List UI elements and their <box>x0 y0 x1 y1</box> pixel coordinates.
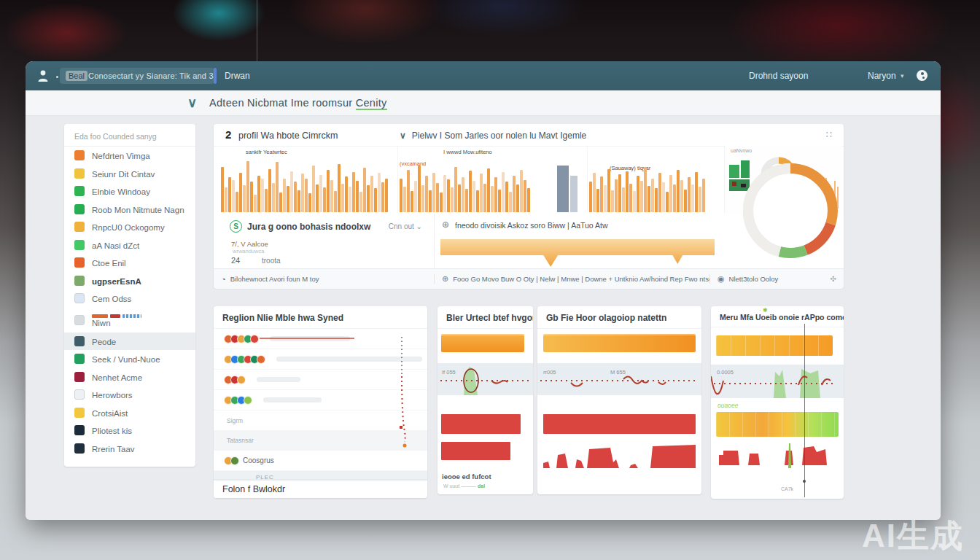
user-icon[interactable] <box>37 69 52 82</box>
legend-label: Pliotest kis <box>92 427 132 435</box>
legend-item[interactable]: Nenhet Acme <box>64 368 195 386</box>
status-badge: S <box>230 220 242 233</box>
band-label: M 655 <box>610 369 626 376</box>
legend-item[interactable]: CrotsiAist <box>64 404 195 422</box>
legend-item[interactable]: aA Nasi dZct <box>64 236 195 254</box>
legend-swatch <box>74 372 85 382</box>
legend-swatch <box>74 389 85 400</box>
filter-dropdown[interactable]: ∨Pielwv I Som Jarles oor nolen lu Mavt I… <box>400 131 586 141</box>
background-line <box>257 0 257 61</box>
legend-item[interactable]: Seek / Vund-Nuoe <box>64 350 195 368</box>
legend-swatch <box>74 222 85 232</box>
trend-band: rr005 M 655 <box>537 363 701 395</box>
nav-item-drwan[interactable]: Drwan <box>225 71 250 81</box>
bar-series <box>221 154 388 212</box>
histogram-group-1: sankifr Yeatwrtec <box>219 146 393 213</box>
legend-swatch <box>74 425 85 435</box>
row-icons <box>224 335 257 343</box>
legend-item[interactable]: ugpserEsnA <box>64 272 195 290</box>
footer-link-1[interactable]: ◔ Bilohewnoct Avori foun M toy <box>214 275 434 284</box>
avatar[interactable] <box>917 70 928 81</box>
legend-label: Ctoe Enil <box>92 259 126 268</box>
app-window: Beal Conosectart yy Sianare: Tik and 3 D… <box>26 61 941 520</box>
red-bar-group <box>543 414 696 434</box>
legend-item[interactable]: Seiunr Dit Cintav <box>64 165 195 183</box>
sidebar-legend: Eda foo Counded sanyg Nefdrten Vimga Sei… <box>64 124 195 467</box>
trend-sparkline <box>537 363 701 395</box>
legend-swatch <box>74 408 85 418</box>
section-footer-title[interactable]: Folon f Bwlokdr <box>214 479 427 498</box>
overview-panel: 2 profil Wa hbote Cimrckm ∨Pielwv I Som … <box>214 124 844 288</box>
mini-bars-icon <box>92 314 141 318</box>
trend-sparkline <box>438 363 533 395</box>
legend-swatch <box>74 150 85 160</box>
mini-label: uaNvnwo <box>731 148 752 153</box>
faded-text-bar <box>263 397 322 402</box>
legend-swatch <box>74 168 85 179</box>
clock-icon: ◔ <box>221 275 226 284</box>
legend-item[interactable]: Herowbors <box>64 386 195 404</box>
slate-bar <box>570 176 578 212</box>
count-badge: 2 <box>225 128 231 141</box>
chevron-down-icon: ▾ <box>901 72 904 79</box>
legend-swatch <box>74 276 85 286</box>
panel-menu-icon[interactable]: ∷ <box>826 129 832 140</box>
panel-footer: ◔ Bilohewnoct Avori foun M toy ⊕ Fooo Go… <box>214 268 844 289</box>
legend-item[interactable]: Roob Mon Nitmute Nagn <box>64 201 195 219</box>
stat-title: fneodo divoisik Askoz soro Biww | AaTuo … <box>455 221 710 230</box>
legend-item[interactable]: RnpcU0 Ockogomy <box>64 218 195 236</box>
panel-footnote-legend: W uuut ——— dal <box>443 483 485 489</box>
stat-value: 24 <box>231 256 240 265</box>
red-bar-group <box>441 414 521 460</box>
panel-title: Bler Urtecl btef hvgore <box>438 306 533 329</box>
legend-label: Rrerin Taav <box>92 445 135 454</box>
legend-label: Cem Odss <box>92 295 131 303</box>
globe-icon: ⊕ <box>442 219 449 230</box>
page-title: Adteen Nicbmat Ime roomsur Cenity <box>209 97 387 109</box>
stat-title: Jura g oono bohasis ndoolxw <box>247 222 370 232</box>
footer-link-3[interactable]: ◉ Nlett3tolo Ooloy ✣ <box>709 274 844 284</box>
legend-item[interactable]: Ctoe Enil <box>64 254 195 272</box>
search-input[interactable]: Beal Conosectart yy Sianare: Tik and 3 <box>60 68 214 84</box>
legend-label: CrotsiAist <box>92 409 128 418</box>
sidebar-header: Eda foo Counded sanyg <box>64 124 195 147</box>
list-item[interactable]: Coosgrus <box>214 451 427 471</box>
globe-icon: ⊕ <box>442 274 448 284</box>
orange-bar <box>543 334 696 352</box>
faded-text-bar <box>257 377 300 382</box>
histogram-group-2: (vxcainand I wwwd Mow.ufiteno <box>397 146 584 213</box>
green-label: ouaoee <box>718 402 738 409</box>
row-icons <box>224 456 237 465</box>
legend-item[interactable]: Pliotest kis <box>64 421 195 440</box>
red-blocks-chart <box>716 442 839 468</box>
legend-label: Elnbie Windoay <box>92 187 150 196</box>
legend-item[interactable]: Nefdrten Vimga <box>64 147 195 165</box>
legend-item[interactable]: Rrerin Taav <box>64 440 195 458</box>
chevron-down-icon[interactable]: ∨ <box>187 95 197 111</box>
stat-dropdown[interactable]: Cnn out ⌄ <box>389 222 422 230</box>
panel-footnote: ieooe ed fufcot <box>442 472 491 481</box>
header-dot <box>56 76 58 78</box>
nav-item-right1[interactable]: Drohnd sayoon <box>749 71 808 81</box>
legend-item[interactable]: Cem Odss <box>64 289 195 308</box>
legend-label: Seek / Vund-Nuoe <box>92 355 160 364</box>
orange-bar <box>441 334 524 352</box>
footer-end-icon: ✣ <box>831 275 836 283</box>
stat-card-left: S Jura g oono bohasis ndoolxw Cnn out ⌄ … <box>214 214 434 268</box>
nav-item-right2[interactable]: Naryon <box>868 71 896 81</box>
legend-item[interactable]: Elnbie Windoay <box>64 182 195 201</box>
panel-title: Reglion Nlie Mble hwa Syned <box>214 306 427 329</box>
stat-unit: troota <box>262 257 281 265</box>
red-mountain-chart <box>543 439 696 468</box>
legend-swatch <box>74 315 85 325</box>
faded-text-bar <box>270 336 350 341</box>
app-header-bar: Beal Conosectart yy Sianare: Tik and 3 D… <box>26 61 941 90</box>
footer-link-2[interactable]: ⊕ Fooo Go Movo Buw O Oty | Nelw | Mnwe |… <box>434 274 709 284</box>
legend-item[interactable]: Niwn <box>64 308 195 332</box>
band-label: 0.0005 <box>717 369 734 376</box>
legend-swatch <box>74 240 85 250</box>
decor-dots: · ✱ <box>759 307 768 314</box>
header-divider <box>214 68 217 84</box>
legend-item[interactable]: Peode <box>64 332 195 351</box>
metric-panel-2: Bler Urtecl btef hvgore If 055 ieooe ed … <box>438 306 533 494</box>
